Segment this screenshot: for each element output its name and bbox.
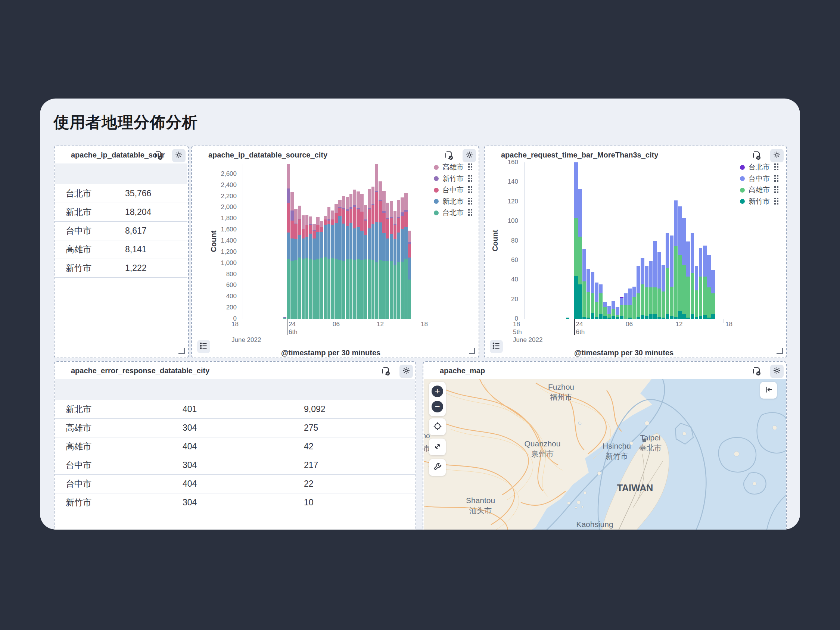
bar[interactable] <box>324 216 327 319</box>
bar[interactable] <box>711 270 715 319</box>
map-tools-button[interactable] <box>429 459 446 476</box>
legend-more-icon[interactable] <box>774 163 779 171</box>
zoom-out-button[interactable]: − <box>431 401 443 412</box>
zoom-in-button[interactable]: + <box>431 385 443 397</box>
bar[interactable] <box>327 207 330 319</box>
panel-resize-handle[interactable] <box>777 348 783 354</box>
bar[interactable] <box>291 192 294 319</box>
bar[interactable] <box>386 203 389 319</box>
legend-more-icon[interactable] <box>468 175 473 182</box>
bar[interactable] <box>678 206 682 319</box>
bar[interactable] <box>353 189 356 319</box>
bar[interactable] <box>283 317 286 319</box>
bar[interactable] <box>371 186 374 319</box>
bar[interactable] <box>349 194 352 319</box>
legend-item-高雄市[interactable]: 高雄市 <box>434 163 464 172</box>
bar[interactable] <box>583 249 586 319</box>
bar[interactable] <box>342 196 345 319</box>
legend-more-icon[interactable] <box>774 175 779 182</box>
bar[interactable] <box>595 283 599 319</box>
bar[interactable] <box>682 218 686 319</box>
bar[interactable] <box>375 164 378 319</box>
bar[interactable] <box>313 224 316 319</box>
bar[interactable] <box>320 221 323 319</box>
bar[interactable] <box>346 197 349 319</box>
legend-toggle-button[interactable] <box>490 340 503 353</box>
legend-more-icon[interactable] <box>468 186 473 193</box>
bar[interactable] <box>335 204 338 319</box>
bar[interactable] <box>302 215 305 319</box>
locate-button[interactable] <box>429 418 446 435</box>
bar[interactable] <box>393 211 396 319</box>
bar[interactable] <box>368 189 371 319</box>
legend-more-icon[interactable] <box>468 163 473 171</box>
legend-item-高雄市[interactable]: 高雄市 <box>740 185 770 194</box>
legend-toggle-button[interactable] <box>197 340 210 353</box>
bar[interactable] <box>699 248 703 319</box>
bar[interactable] <box>691 233 695 319</box>
panel-resize-handle[interactable] <box>469 348 475 354</box>
collapse-legend-button[interactable] <box>760 382 777 399</box>
legend-item-台中市[interactable]: 台中市 <box>434 185 464 194</box>
bar[interactable] <box>305 215 308 319</box>
bar[interactable] <box>670 235 674 319</box>
bar[interactable] <box>624 293 628 319</box>
bar[interactable] <box>586 269 590 319</box>
bar[interactable] <box>641 258 644 319</box>
panel-settings-button[interactable] <box>770 365 784 378</box>
map-canvas[interactable]: Fuzhou福州市Quanzhou泉州市Shantou汕头市Hsinchu新竹市… <box>424 379 786 530</box>
bar[interactable] <box>578 189 582 319</box>
legend-more-icon[interactable] <box>468 209 473 216</box>
bar[interactable] <box>309 216 312 319</box>
bar[interactable] <box>599 284 603 319</box>
legend-more-icon[interactable] <box>774 186 779 193</box>
bar[interactable] <box>397 200 400 319</box>
legend-item-台北市[interactable]: 台北市 <box>740 163 770 172</box>
panel-resize-handle[interactable] <box>178 348 185 354</box>
legend-item-新竹市[interactable]: 新竹市 <box>740 197 770 206</box>
bar[interactable] <box>628 289 632 319</box>
bar[interactable] <box>645 266 649 319</box>
bar[interactable] <box>657 252 661 319</box>
bar[interactable] <box>331 210 334 319</box>
save-to-library-icon[interactable] <box>752 366 762 376</box>
legend-item-台中市[interactable]: 台中市 <box>740 174 770 183</box>
bar[interactable] <box>603 302 607 319</box>
bar[interactable] <box>707 255 711 319</box>
bar[interactable] <box>287 164 290 319</box>
panel-settings-button[interactable] <box>399 365 413 378</box>
bar[interactable] <box>357 191 360 319</box>
bar[interactable] <box>632 287 636 319</box>
bar[interactable] <box>620 297 624 319</box>
bar[interactable] <box>662 265 665 319</box>
bar[interactable] <box>294 209 297 319</box>
bar[interactable] <box>390 201 393 319</box>
bar[interactable] <box>574 163 578 319</box>
bar[interactable] <box>404 193 407 319</box>
bar[interactable] <box>649 261 652 319</box>
bar[interactable] <box>653 241 657 319</box>
panel-settings-button[interactable] <box>172 149 186 163</box>
bar[interactable] <box>408 231 411 319</box>
bar[interactable] <box>316 217 319 319</box>
bar[interactable] <box>566 317 570 319</box>
bar[interactable] <box>298 206 301 319</box>
bar[interactable] <box>591 272 595 319</box>
bar[interactable] <box>616 307 619 319</box>
bar[interactable] <box>382 191 385 319</box>
save-to-library-icon[interactable] <box>153 150 164 161</box>
bar[interactable] <box>703 246 707 319</box>
bar[interactable] <box>695 266 698 319</box>
bar[interactable] <box>686 242 690 319</box>
bar[interactable] <box>360 194 363 319</box>
bar[interactable] <box>611 301 615 319</box>
bar[interactable] <box>666 233 669 319</box>
bar[interactable] <box>364 205 367 319</box>
bar[interactable] <box>379 182 382 319</box>
bar[interactable] <box>338 200 341 319</box>
bar[interactable] <box>674 201 677 319</box>
bar[interactable] <box>636 266 640 319</box>
fit-bounds-button[interactable] <box>429 439 446 455</box>
legend-item-新北市[interactable]: 新北市 <box>434 197 464 206</box>
bar[interactable] <box>608 306 611 319</box>
